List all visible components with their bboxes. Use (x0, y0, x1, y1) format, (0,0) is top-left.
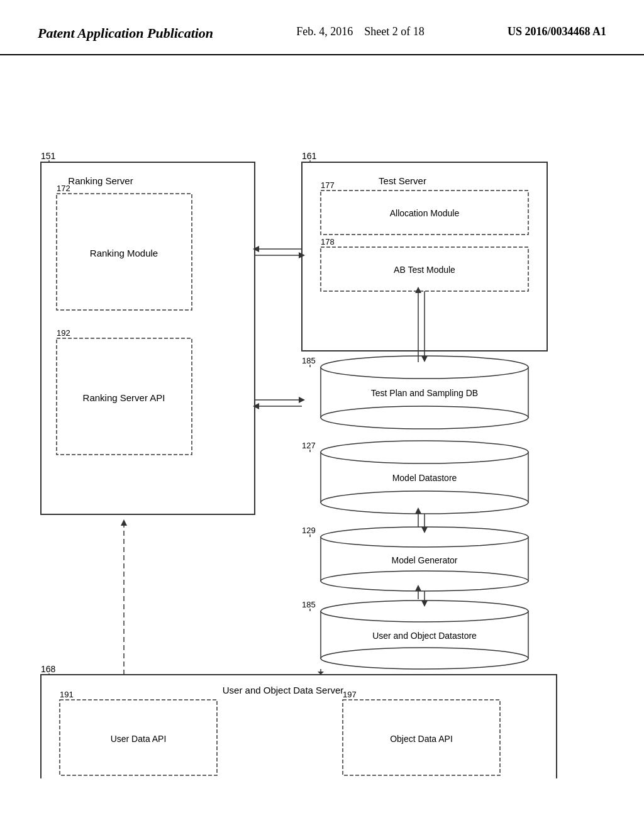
svg-point-22 (321, 441, 528, 463)
ref-127-label: 127 (302, 441, 316, 450)
svg-marker-51 (121, 519, 127, 526)
sheet-info: Sheet 2 of 18 (364, 25, 424, 38)
object-data-api-label: Object Data API (390, 734, 453, 744)
svg-marker-11 (253, 246, 259, 252)
ref-178-label: 178 (321, 237, 335, 246)
ab-test-module-label: AB Test Module (394, 265, 455, 275)
test-plan-db-label: Test Plan and Sampling DB (371, 388, 478, 398)
svg-point-39 (321, 648, 528, 669)
ref-161-label: 161 (302, 151, 317, 161)
patent-number: US 2016/0034468 A1 (508, 25, 606, 38)
diagram-area: 151 Ranking Server 172 Ranking Module 19… (0, 55, 644, 778)
ref-197-label: 197 (343, 690, 357, 699)
publication-title: Patent Application Publication (38, 25, 213, 42)
user-object-data-server-label: User and Object Data Server (223, 685, 344, 695)
ref-192-label: 192 (57, 328, 70, 338)
ref-168-label: 168 (41, 664, 56, 674)
ref-191-label: 191 (60, 690, 74, 699)
ref-185b-label: 185 (302, 600, 316, 609)
svg-point-15 (321, 406, 528, 429)
test-server-title: Test Server (379, 175, 426, 186)
svg-marker-19 (415, 287, 421, 293)
ranking-server-api-label: Ranking Server API (83, 392, 165, 403)
publication-date: Feb. 4, 2016 (296, 25, 353, 38)
ranking-module-label: Ranking Module (90, 248, 158, 258)
ref-172-label: 172 (57, 184, 70, 193)
svg-marker-27 (253, 403, 259, 409)
allocation-module-label: Allocation Module (390, 208, 460, 218)
svg-point-31 (321, 571, 528, 591)
model-datastore-label: Model Datastore (392, 473, 457, 483)
model-generator-label: Model Generator (391, 555, 457, 565)
svg-point-23 (321, 491, 528, 514)
ref-185a-label: 185 (302, 356, 316, 365)
ref-151-label: 151 (41, 151, 56, 161)
ref-129-label: 129 (302, 526, 316, 535)
patent-diagram: 151 Ranking Server 172 Ranking Module 19… (0, 55, 644, 778)
page-header: Patent Application Publication Feb. 4, 2… (0, 0, 644, 55)
ranking-server-title: Ranking Server (68, 175, 133, 186)
svg-marker-25 (299, 397, 305, 403)
ref-177-label: 177 (321, 180, 335, 190)
date-and-sheet: Feb. 4, 2016 Sheet 2 of 18 (296, 25, 424, 38)
user-object-datastore-label: User and Object Datastore (372, 631, 477, 641)
user-data-api-label: User Data API (111, 734, 167, 744)
